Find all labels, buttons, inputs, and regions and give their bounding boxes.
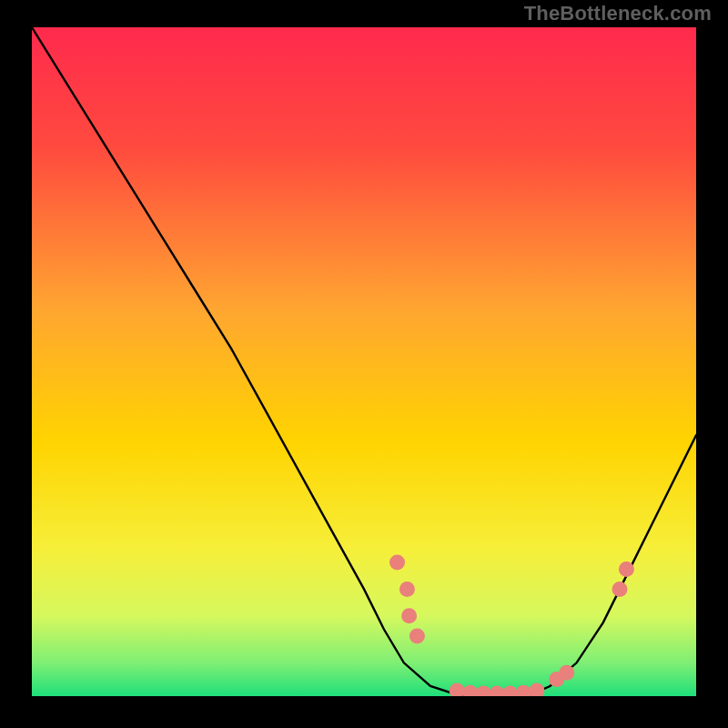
chart-container: TheBottleneck.com — [0, 0, 728, 728]
watermark-label: TheBottleneck.com — [524, 2, 712, 25]
data-dot — [612, 581, 628, 597]
data-dot — [619, 561, 634, 577]
data-dot — [399, 581, 415, 597]
data-dot — [401, 608, 417, 623]
data-dot — [559, 665, 574, 681]
chart-svg — [32, 27, 696, 696]
gradient-background — [32, 27, 696, 696]
data-dot — [389, 555, 405, 571]
data-dot — [410, 628, 425, 643]
plot-area — [32, 27, 696, 696]
